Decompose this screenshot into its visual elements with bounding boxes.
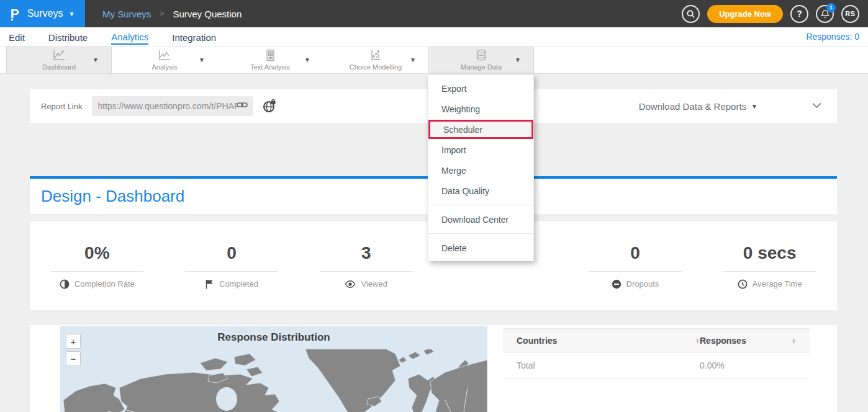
stat-viewed: 3 Viewed: [299, 243, 433, 289]
tab-text-analysis[interactable]: Text Analysis ▼: [217, 47, 323, 73]
document-grid-icon: [263, 49, 277, 61]
chevron-down-icon: ▼: [410, 56, 416, 63]
menu-divider: [428, 205, 533, 205]
stat-completion-rate: 0% Completion Rate: [30, 243, 165, 289]
map-title: Response Distribution: [60, 331, 487, 344]
chevron-down-icon: ▼: [304, 56, 310, 63]
menu-item-scheduler[interactable]: Scheduler: [428, 120, 533, 139]
table-row-total: Total 0.00%: [503, 352, 810, 379]
report-link-input[interactable]: https://www.questionpro.com/t/PHAF: [92, 96, 253, 116]
menu-item-data-quality[interactable]: Data Quality: [428, 181, 533, 201]
eye-icon: [345, 280, 356, 289]
tab-analytics[interactable]: Analytics: [111, 29, 148, 45]
tab-dashboard[interactable]: Dashboard ▼: [6, 47, 112, 73]
chevron-down-icon: ▼: [199, 56, 205, 63]
menu-item-download-center[interactable]: Download Center: [428, 209, 533, 230]
tab-manage-data[interactable]: Manage Data ▼: [428, 47, 534, 73]
surveys-menu[interactable]: P Surveys ▼: [0, 0, 85, 27]
report-link-label: Report Link: [41, 102, 82, 111]
menu-item-merge[interactable]: Merge: [428, 160, 533, 181]
chevron-down-icon: ▼: [751, 103, 757, 110]
link-icon: [237, 101, 248, 112]
stat-dropouts: 0 Dropouts: [568, 243, 703, 289]
chevron-down-icon: ▼: [68, 11, 75, 17]
questionpro-logo-icon: P: [11, 7, 22, 20]
menu-divider: [428, 233, 533, 234]
stat-average-time: 0 secs Average Time: [702, 243, 837, 289]
clock-icon: [738, 279, 748, 289]
search-icon: [686, 9, 695, 19]
responses-count: Responses: 0: [806, 32, 859, 42]
survey-section-nav: Edit Distribute Analytics Integration Re…: [0, 27, 868, 47]
countries-table-header: Countries ▲▼ Responses ▲▼: [503, 328, 810, 352]
notifications-button[interactable]: 1: [816, 5, 834, 23]
tab-integration[interactable]: Integration: [172, 30, 216, 44]
question-mark-icon: ?: [797, 9, 802, 19]
menu-item-export[interactable]: Export: [428, 78, 533, 99]
zoom-in-button[interactable]: +: [66, 334, 81, 349]
stat-label: Viewed: [361, 279, 387, 289]
menu-item-weighting[interactable]: Weighting: [428, 99, 533, 119]
help-button[interactable]: ?: [790, 5, 808, 23]
stat-label: Dropouts: [626, 279, 659, 289]
report-url: https://www.questionpro.com/t/PHAF: [97, 101, 237, 111]
topbar-actions: Upgrade Now ? 1 RS: [682, 5, 868, 23]
analytics-toolbar: Dashboard ▼ Analysis ▼ Text Analysis ▼ C…: [0, 47, 868, 74]
sort-icon[interactable]: ▲▼: [695, 338, 700, 344]
stat-completed: 0 Completed: [165, 243, 299, 289]
countries-table: Countries ▲▼ Responses ▲▼ Total 0.00%: [503, 328, 810, 379]
tab-choice-modelling[interactable]: Choice Modelling ▼: [323, 47, 428, 73]
half-circle-icon: [60, 279, 70, 289]
chevron-down-icon: ▼: [93, 56, 99, 63]
breadcrumb-separator: >: [160, 9, 164, 18]
column-responses: Responses: [700, 336, 746, 346]
world-map-svg: [60, 349, 487, 412]
search-button[interactable]: [682, 5, 700, 23]
breadcrumb-current: Survey Question: [173, 9, 242, 19]
minus-circle-icon: [612, 279, 622, 289]
avatar[interactable]: RS: [841, 5, 859, 23]
stat-label: Average Time: [753, 279, 802, 289]
product-name: Surveys: [27, 8, 63, 19]
total-value: 0.00%: [700, 361, 725, 370]
tab-distribute[interactable]: Distribute: [48, 30, 88, 44]
menu-item-import[interactable]: Import: [428, 140, 533, 160]
world-map[interactable]: Response Distribution + −: [60, 326, 487, 412]
column-countries: Countries: [517, 336, 557, 346]
manage-data-menu: Export Weighting Scheduler Import Merge …: [428, 74, 534, 261]
analysis-chart-icon: [158, 49, 171, 61]
sort-icon[interactable]: ▲▼: [792, 338, 796, 344]
tab-analysis[interactable]: Analysis ▼: [112, 47, 217, 73]
line-chart-icon: [52, 49, 66, 61]
response-distribution-panel: Response Distribution + −: [30, 325, 837, 412]
chevron-down-icon: ▼: [515, 56, 521, 63]
avatar-initials: RS: [845, 10, 855, 17]
total-label: Total: [517, 361, 535, 370]
scatter-chart-icon: [369, 49, 382, 61]
flag-icon: [205, 279, 214, 289]
globe-lock-icon[interactable]: [262, 99, 276, 114]
page-title: Design - Dashboard: [41, 187, 184, 206]
breadcrumb-my-surveys[interactable]: My Surveys: [102, 9, 151, 19]
stat-label: Completion Rate: [75, 279, 135, 289]
top-bar: P Surveys ▼ My Surveys > Survey Question…: [0, 0, 868, 27]
breadcrumb: My Surveys > Survey Question: [102, 9, 242, 19]
database-icon: [474, 49, 488, 61]
download-data-dropdown[interactable]: Download Data & Reports ▼: [639, 101, 757, 112]
notification-badge: 1: [826, 3, 836, 12]
stat-label: Completed: [219, 279, 258, 289]
menu-item-delete[interactable]: Delete: [428, 238, 533, 258]
tab-edit[interactable]: Edit: [9, 30, 25, 44]
collapse-chevron-icon[interactable]: [811, 102, 822, 109]
upgrade-now-button[interactable]: Upgrade Now: [707, 5, 783, 23]
